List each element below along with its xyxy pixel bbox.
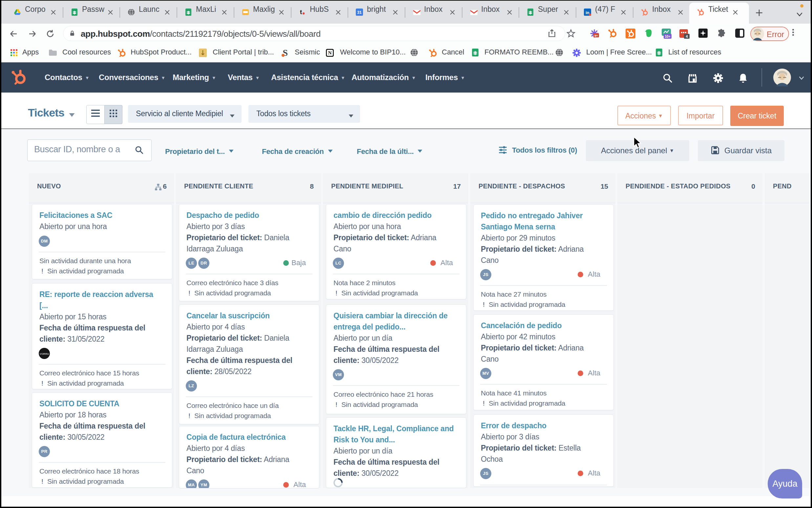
svg-text:N: N bbox=[328, 50, 332, 55]
svg-text:in: in bbox=[586, 10, 590, 15]
svg-text:t: t bbox=[300, 9, 302, 15]
svg-text:4: 4 bbox=[686, 35, 688, 38]
svg-text:31: 31 bbox=[357, 10, 362, 15]
svg-text:9+: 9+ bbox=[594, 34, 598, 37]
svg-text:10+: 10+ bbox=[665, 35, 671, 38]
